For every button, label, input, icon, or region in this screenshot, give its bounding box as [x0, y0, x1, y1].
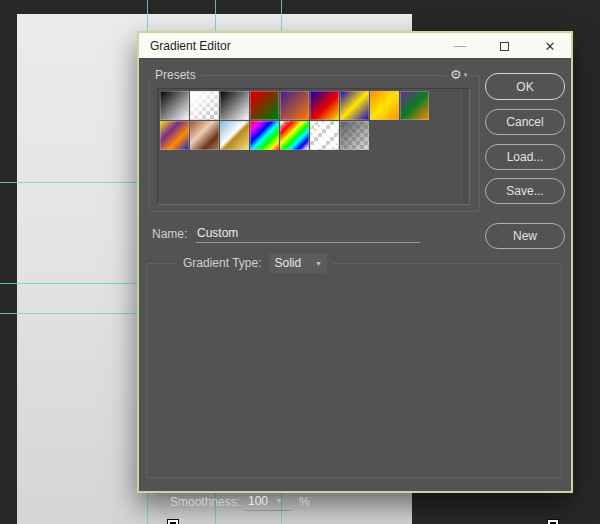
opacity-stop-start-icon [167, 519, 179, 524]
smoothness-underline [245, 510, 291, 511]
preset-thumb-blue-red-yellow[interactable] [310, 91, 339, 120]
ok-button[interactable]: OK [485, 73, 565, 100]
maximize-icon [500, 42, 509, 51]
presets-scrollbar[interactable] [461, 90, 468, 203]
smoothness-label: Smoothness: [170, 495, 240, 509]
opacity-stop-end[interactable] [546, 519, 560, 524]
preset-thumb-copper[interactable] [190, 121, 219, 150]
cancel-button[interactable]: Cancel [485, 109, 565, 135]
smoothness-input[interactable]: 100 [248, 494, 268, 508]
smoothness-unit: % [299, 495, 310, 509]
preset-thumb-spectrum[interactable] [250, 121, 279, 150]
preset-thumb-violet-orange[interactable] [280, 91, 309, 120]
preset-thumb-foreground-to-background[interactable] [160, 91, 189, 120]
preset-thumb-transparent-rainbow[interactable] [280, 121, 309, 150]
minimize-button[interactable]: — [445, 33, 475, 59]
close-button[interactable]: ✕ [535, 33, 565, 59]
preset-thumb-yellow-violet-orange-blue[interactable] [160, 121, 189, 150]
load-button[interactable]: Load... [485, 144, 565, 170]
save-button[interactable]: Save... [485, 178, 565, 204]
maximize-button[interactable] [489, 33, 519, 59]
gear-icon: ⚙ [450, 67, 462, 83]
opacity-stop-end-icon [547, 519, 559, 524]
presets-list-box [157, 88, 470, 205]
presets-menu-button[interactable]: ⚙ ▾ [446, 67, 471, 83]
preset-thumb-orange-yellow-orange[interactable] [370, 91, 399, 120]
photoshop-workspace: Gradient Editor — ✕ Presets ⚙ ▾ OK Cance… [0, 0, 600, 524]
gear-caret-icon: ▾ [464, 71, 468, 79]
smoothness-dropdown-caret[interactable]: ▾ [277, 496, 281, 505]
presets-label: Presets [150, 68, 201, 82]
gradient-type-label: Gradient Type: [183, 256, 262, 270]
dialog-title: Gradient Editor [139, 39, 231, 53]
gradient-type-row: Gradient Type: Solid ▾ [177, 253, 333, 273]
gradient-type-groupbox: Gradient Type: Solid ▾ Smoothness: 100 ▾… [146, 263, 562, 478]
new-button[interactable]: New [485, 223, 565, 249]
gradient-editor-dialog: Gradient Editor — ✕ Presets ⚙ ▾ OK Cance… [137, 31, 573, 493]
preset-thumb-chrome[interactable] [220, 121, 249, 150]
preset-thumb-blue-yellow-blue[interactable] [340, 91, 369, 120]
dialog-body: Presets ⚙ ▾ OK Cancel Load... Save... Ne… [139, 59, 571, 490]
preset-thumb-transparent-stripes[interactable] [310, 121, 339, 150]
dialog-titlebar[interactable]: Gradient Editor — ✕ [139, 33, 571, 59]
preset-grid [160, 91, 434, 150]
gradient-type-value: Solid [275, 256, 302, 270]
preset-thumb-red-green[interactable] [250, 91, 279, 120]
preset-thumb-black-white[interactable] [220, 91, 249, 120]
name-input[interactable]: Custom [197, 226, 238, 240]
opacity-stop-start[interactable] [166, 519, 180, 524]
preset-thumb-violet-green-orange[interactable] [400, 91, 429, 120]
name-input-underline [196, 242, 420, 243]
gradient-type-dropdown[interactable]: Solid ▾ [269, 253, 327, 273]
preset-thumb-foreground-to-transparent[interactable] [190, 91, 219, 120]
preset-thumb-neutral-density[interactable] [340, 121, 369, 150]
name-label: Name: [152, 227, 187, 241]
chevron-down-icon: ▾ [316, 259, 320, 268]
